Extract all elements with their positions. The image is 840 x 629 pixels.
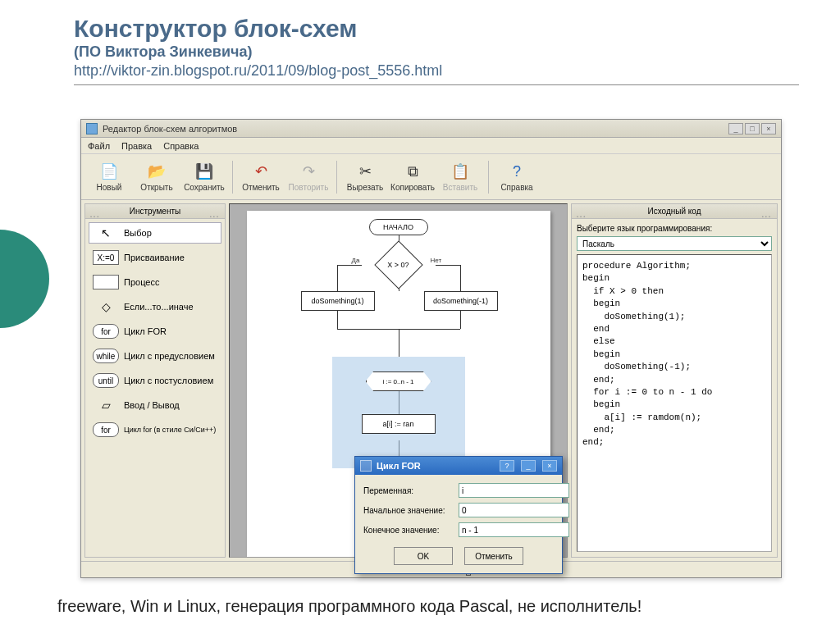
tool-label: Присваивание xyxy=(124,253,185,262)
fc-process-1[interactable]: doSomething(1) xyxy=(301,291,375,311)
redo-button[interactable]: ↷Повторить xyxy=(285,157,331,198)
dialog-close-button[interactable]: × xyxy=(542,460,557,472)
var-input[interactable] xyxy=(459,483,569,498)
tool-label: Цикл FOR xyxy=(124,326,167,336)
open-button[interactable]: 📂Открыть xyxy=(134,157,180,198)
ok-button[interactable]: OK xyxy=(394,547,453,565)
tool-if[interactable]: ◇Если...то...иначе xyxy=(89,296,221,317)
slide-title: Конструктор блок-схем xyxy=(74,15,799,42)
toolbar-separator xyxy=(336,161,337,194)
fc-decision[interactable]: X > 0? xyxy=(374,250,423,280)
code-panel: Исходный код Выберите язык программирова… xyxy=(571,203,778,558)
end-label: Конечное значение: xyxy=(363,526,454,535)
code-panel-header: Исходный код xyxy=(572,204,777,219)
connector xyxy=(460,265,461,291)
yes-label: Да xyxy=(352,257,360,264)
redo-icon: ↷ xyxy=(299,162,318,181)
dialog-help-button[interactable]: ? xyxy=(500,460,514,472)
tool-select[interactable]: ↖Выбор xyxy=(89,222,221,244)
process-icon xyxy=(93,275,119,289)
copy-button[interactable]: ⧉Копировать xyxy=(390,157,436,198)
tool-until[interactable]: untilЦикл с постусловием xyxy=(89,370,221,391)
tool-for[interactable]: forЦикл FOR xyxy=(89,321,221,342)
tool-label: Цикл с предусловием xyxy=(124,351,215,361)
menubar: Файл Правка Справка xyxy=(81,138,781,154)
help-icon: ? xyxy=(507,162,527,181)
lang-label: Выберите язык программирования: xyxy=(577,224,772,233)
for-icon: for xyxy=(93,324,119,339)
toolbar-separator xyxy=(488,161,489,194)
slide-link: http://viktor-zin.blogspot.ru/2011/09/bl… xyxy=(74,62,799,80)
diamond-icon: ◇ xyxy=(93,299,119,314)
help-button[interactable]: ?Справка xyxy=(494,157,540,198)
menu-help[interactable]: Справка xyxy=(163,141,199,151)
new-button[interactable]: 📄Новый xyxy=(86,157,132,198)
var-label: Переменная: xyxy=(363,486,454,495)
tool-while[interactable]: whileЦикл с предусловием xyxy=(89,345,221,367)
tool-label: Если...то...иначе xyxy=(124,302,194,312)
fc-process-2[interactable]: doSomething(-1) xyxy=(424,291,498,311)
tool-label: Цикл for (в стиле Cи/Cи++) xyxy=(124,426,216,434)
end-input[interactable] xyxy=(459,522,569,537)
connector xyxy=(337,265,362,266)
menu-file[interactable]: Файл xyxy=(88,141,110,151)
tool-label: Выбор xyxy=(124,228,152,238)
parallelogram-icon: ▱ xyxy=(93,398,119,412)
cut-button[interactable]: ✂Вырезать xyxy=(342,157,388,198)
paste-button[interactable]: 📋Вставить xyxy=(437,157,483,198)
tool-process[interactable]: Процесс xyxy=(89,271,221,293)
maximize-button[interactable]: □ xyxy=(745,123,760,134)
footer-note: freeware, Win и Linux, генерация програм… xyxy=(57,597,641,616)
close-button[interactable]: × xyxy=(761,123,776,134)
window-title: Редактор блок-схем алгоритмов xyxy=(103,124,724,134)
for-c-icon: for xyxy=(93,422,119,437)
save-disk-icon: 💾 xyxy=(194,162,214,181)
dialog-icon xyxy=(360,460,372,472)
tools-panel-header: Инструменты xyxy=(85,204,225,219)
scissors-icon: ✂ xyxy=(355,162,375,181)
cancel-button[interactable]: Отменить xyxy=(464,547,523,565)
tools-panel: Инструменты ↖Выбор X:=0Присваивание Проц… xyxy=(84,203,226,558)
dialog-minimize-button[interactable]: _ xyxy=(521,460,536,472)
undo-icon: ↶ xyxy=(251,162,271,181)
decorative-circle xyxy=(0,230,49,328)
no-label: Нет xyxy=(431,257,442,264)
new-file-icon: 📄 xyxy=(99,162,119,181)
dialog-titlebar[interactable]: Цикл FOR ? _ × xyxy=(355,457,562,475)
toolbar: 📄Новый 📂Открыть 💾Сохранить ↶Отменить ↷По… xyxy=(81,154,781,200)
connector xyxy=(399,329,399,357)
connector xyxy=(337,311,338,329)
cursor-icon: ↖ xyxy=(93,226,119,240)
toolbar-separator xyxy=(232,161,233,194)
connector xyxy=(337,265,338,291)
copy-icon: ⧉ xyxy=(403,162,422,181)
while-icon: while xyxy=(93,349,119,363)
connector xyxy=(460,311,461,329)
start-input[interactable] xyxy=(459,503,569,517)
source-code: procedure Algorithm; begin if X > 0 then… xyxy=(577,254,772,552)
connector xyxy=(436,265,460,266)
open-folder-icon: 📂 xyxy=(147,162,167,181)
slide-subtitle: (ПО Виктора Зинкевича) xyxy=(74,43,799,61)
minimize-button[interactable]: _ xyxy=(728,123,743,134)
tools-list: ↖Выбор X:=0Присваивание Процесс ◇Если...… xyxy=(85,219,225,444)
save-button[interactable]: 💾Сохранить xyxy=(181,157,227,198)
tool-for-c[interactable]: forЦикл for (в стиле Cи/Cи++) xyxy=(89,419,221,440)
tool-label: Процесс xyxy=(124,277,159,287)
paste-icon: 📋 xyxy=(450,162,470,181)
fc-start[interactable]: НАЧАЛО xyxy=(369,219,428,235)
undo-button[interactable]: ↶Отменить xyxy=(238,157,284,198)
language-select[interactable]: Паскаль xyxy=(577,236,772,251)
for-loop-dialog: Цикл FOR ? _ × Переменная: Начальное зна… xyxy=(354,456,563,574)
start-label: Начальное значение: xyxy=(363,506,454,515)
dialog-title: Цикл FOR xyxy=(377,461,493,471)
tool-assign[interactable]: X:=0Присваивание xyxy=(89,247,221,268)
menu-edit[interactable]: Правка xyxy=(121,141,152,151)
divider xyxy=(74,84,799,85)
fc-loop-header[interactable]: i := 0..n - 1 xyxy=(366,371,431,391)
tool-io[interactable]: ▱Ввод / Вывод xyxy=(89,394,221,416)
fc-loop-body[interactable]: a[i] := ran xyxy=(362,414,436,434)
titlebar: Редактор блок-схем алгоритмов _ □ × xyxy=(81,120,781,138)
tool-label: Ввод / Вывод xyxy=(124,400,180,410)
assign-icon: X:=0 xyxy=(93,250,119,265)
